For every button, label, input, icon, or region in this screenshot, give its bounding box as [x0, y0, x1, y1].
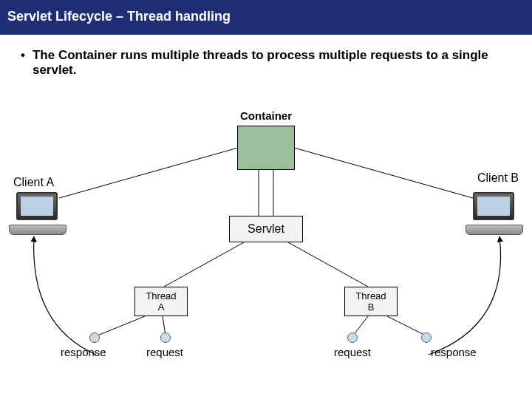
- thread-a-line2: A: [158, 301, 165, 313]
- laptop-icon: [466, 192, 523, 235]
- request-b-label: request: [334, 346, 371, 358]
- diagram-canvas: Container Client A Client B Servlet Thre…: [0, 89, 532, 399]
- laptop-icon: [9, 192, 66, 235]
- request-a-label: request: [146, 346, 183, 358]
- svg-line-6: [98, 316, 145, 335]
- servlet-label: Servlet: [248, 222, 284, 235]
- svg-line-1: [294, 148, 473, 198]
- servlet-box: Servlet: [229, 216, 303, 242]
- svg-line-8: [353, 316, 368, 335]
- slide-header: Servlet Lifecycle – Thread handling: [0, 0, 532, 35]
- bullet-item: • The Container runs multiple threads to…: [0, 35, 532, 82]
- thread-b-line2: B: [368, 301, 375, 313]
- request-b-node: [347, 332, 358, 343]
- svg-line-0: [59, 148, 238, 198]
- response-b-node: [421, 332, 432, 343]
- response-b-label: response: [431, 346, 477, 358]
- thread-b-line1: Thread: [355, 290, 386, 301]
- svg-line-4: [164, 242, 244, 287]
- slide-title: Servlet Lifecycle – Thread handling: [7, 9, 231, 24]
- container-box: [237, 126, 295, 170]
- bullet-marker: •: [21, 48, 25, 78]
- thread-a-line1: Thread: [146, 290, 176, 301]
- svg-line-5: [288, 242, 368, 287]
- thread-b-box: Thread B: [344, 287, 398, 316]
- thread-a-box: Thread A: [134, 287, 188, 316]
- response-a-label: response: [61, 346, 106, 358]
- bullet-text: The Container runs multiple threads to p…: [33, 48, 511, 78]
- client-a-label: Client A: [13, 176, 54, 189]
- response-a-node: [89, 332, 100, 343]
- svg-line-9: [387, 316, 426, 335]
- request-a-node: [160, 332, 171, 343]
- client-b-label: Client B: [477, 171, 519, 185]
- container-label: Container: [240, 109, 292, 122]
